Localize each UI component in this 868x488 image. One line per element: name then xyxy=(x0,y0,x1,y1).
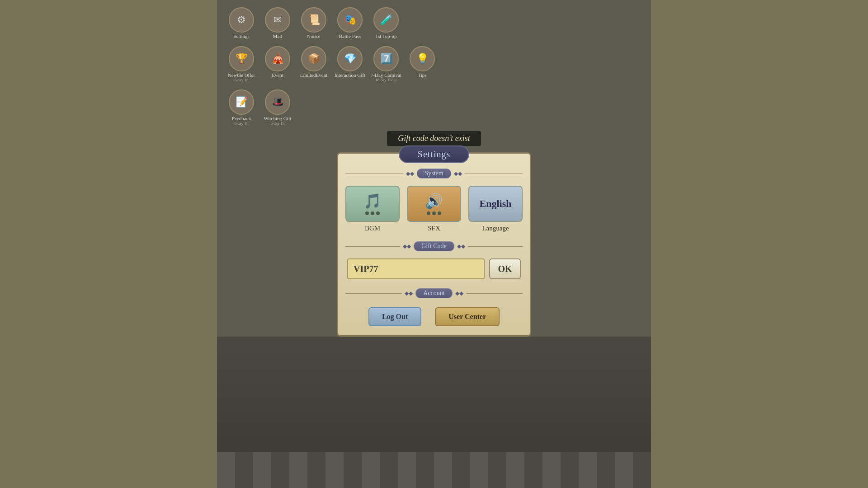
gift-code-input[interactable] xyxy=(347,258,485,279)
language-wrap: English Language xyxy=(468,186,523,232)
tips-icon-btn[interactable]: 💡 Tips xyxy=(405,46,439,82)
gift-divider-left xyxy=(345,246,400,247)
seven-day-icon: 7️⃣ xyxy=(373,46,399,71)
ok-button[interactable]: OK xyxy=(489,258,521,279)
sfx-icon: 🔊 xyxy=(425,192,443,210)
interaction-gift-label: Interaction Gift xyxy=(335,72,365,78)
bgm-wrap: 🎵 BGM xyxy=(345,186,400,232)
limited-event-label: LimitedEvent xyxy=(300,72,327,78)
bottom-area xyxy=(217,337,651,488)
language-button[interactable]: English xyxy=(468,186,523,222)
dot5 xyxy=(432,211,436,215)
dot4 xyxy=(427,211,430,215)
notice-icon: 📜 xyxy=(301,7,326,33)
account-diamond-right: ◆◆ xyxy=(455,290,463,297)
settings-modal: Settings ◆◆ System ◆◆ 🎵 xyxy=(337,152,531,337)
game-column: ⚙ Settings ✉ Mail 📜 Notice 🎭 Battle Pass… xyxy=(217,0,651,488)
icon-row-1: ⚙ Settings ✉ Mail 📜 Notice 🎭 Battle Pass… xyxy=(217,4,651,42)
newbie-offer-label: Newbie Offer xyxy=(228,72,255,78)
notification-text: Gift code doesn’t exist xyxy=(398,134,470,143)
system-row: 🎵 BGM 🔊 xyxy=(338,182,530,236)
feedback-top-sublabel: 6 day 1h xyxy=(235,121,249,126)
floor-texture xyxy=(217,452,651,488)
mail-icon-btn[interactable]: ✉ Mail xyxy=(260,7,295,39)
bgm-button[interactable]: 🎵 xyxy=(345,186,400,222)
limited-event-icon: 📦 xyxy=(301,46,326,71)
user-center-button[interactable]: User Center xyxy=(435,307,500,326)
settings-icon: ⚙ xyxy=(229,7,254,33)
mail-icon: ✉ xyxy=(265,7,290,33)
modal-title: Settings xyxy=(399,145,469,163)
left-blur-panel xyxy=(0,0,217,488)
language-label: Language xyxy=(482,225,509,232)
seven-day-label: 7-Day Carnival xyxy=(371,72,401,78)
battle-pass-icon-label: Battle Pass xyxy=(339,33,361,39)
right-blur-panel xyxy=(651,0,868,488)
diamond-left: ◆◆ xyxy=(406,170,414,177)
first-topup-icon: 🧪 xyxy=(373,7,399,33)
account-divider-right xyxy=(466,293,523,294)
mail-icon-label: Mail xyxy=(273,33,283,39)
settings-icon-btn[interactable]: ⚙ Settings xyxy=(224,7,259,39)
feedback-top-icon-btn[interactable]: 📝 Feedback 6 day 1h xyxy=(224,89,259,126)
battle-pass-icon-btn[interactable]: 🎭 Battle Pass xyxy=(333,7,367,39)
event-icon-btn[interactable]: 🎪 Event xyxy=(260,46,295,82)
newbie-offer-sublabel: 6 day 1h xyxy=(235,78,249,82)
newbie-offer-icon-btn[interactable]: 🏆 Newbie Offer 6 day 1h xyxy=(224,46,259,82)
modal-wrapper: Settings ◆◆ System ◆◆ 🎵 xyxy=(337,152,531,337)
bgm-icon: 🎵 xyxy=(363,192,382,210)
dot2 xyxy=(371,211,374,215)
witching-gift-sublabel: 6 day 1h xyxy=(271,121,285,126)
seven-day-sublabel: 18 day 1hour xyxy=(375,78,397,82)
logout-button[interactable]: Log Out xyxy=(368,307,421,326)
tips-label: Tips xyxy=(418,72,426,78)
notification-banner: Gift code doesn’t exist xyxy=(387,131,481,146)
diamond-right: ◆◆ xyxy=(454,170,462,177)
account-divider: ◆◆ Account ◆◆ xyxy=(345,288,523,298)
witching-gift-icon: 🎩 xyxy=(265,89,290,115)
witching-gift-icon-btn[interactable]: 🎩 Witching Gift 6 day 1h xyxy=(260,89,295,126)
gift-diamond-right: ◆◆ xyxy=(457,243,465,250)
feedback-top-icon: 📝 xyxy=(229,89,254,115)
gift-divider-right xyxy=(468,246,523,247)
sfx-button[interactable]: 🔊 xyxy=(407,186,461,222)
witching-gift-label: Witching Gift xyxy=(264,116,292,121)
dot1 xyxy=(365,211,369,215)
main-layout: ⚙ Settings ✉ Mail 📜 Notice 🎭 Battle Pass… xyxy=(0,0,868,488)
notice-icon-label: Notice xyxy=(307,33,320,39)
sfx-wrap: 🔊 SFX xyxy=(407,186,461,232)
gift-code-row: OK xyxy=(338,255,530,283)
first-topup-icon-btn[interactable]: 🧪 1st Top-up xyxy=(369,7,403,39)
first-topup-icon-label: 1st Top-up xyxy=(375,33,396,39)
notice-icon-btn[interactable]: 📜 Notice xyxy=(297,7,331,39)
interaction-gift-icon-btn[interactable]: 💎 Interaction Gift xyxy=(333,46,367,82)
icon-row-3: 📝 Feedback 6 day 1h 🎩 Witching Gift 6 da… xyxy=(217,86,651,129)
seven-day-icon-btn[interactable]: 7️⃣ 7-Day Carnival 18 day 1hour xyxy=(369,46,403,82)
newbie-offer-icon: 🏆 xyxy=(229,46,254,71)
feedback-top-label: Feedback xyxy=(232,116,251,121)
account-label: Account xyxy=(415,288,452,298)
icon-row-2: 🏆 Newbie Offer 6 day 1h 🎪 Event 📦 Limite… xyxy=(217,42,651,86)
system-divider: ◆◆ System ◆◆ xyxy=(345,169,523,178)
dot6 xyxy=(438,211,441,215)
dot3 xyxy=(376,211,380,215)
giftcode-divider: ◆◆ Gift Code ◆◆ xyxy=(345,241,523,251)
account-row: Log Out User Center xyxy=(338,302,530,326)
account-divider-left xyxy=(345,293,402,294)
interaction-gift-icon: 💎 xyxy=(337,46,363,71)
sfx-label: SFX xyxy=(428,225,440,232)
sfx-dots xyxy=(427,211,441,215)
event-icon: 🎪 xyxy=(265,46,290,71)
settings-icon-label: Settings xyxy=(233,33,249,39)
bgm-label: BGM xyxy=(365,225,380,232)
event-icon-label: Event xyxy=(272,72,283,78)
bgm-dots xyxy=(365,211,380,215)
gift-diamond-left: ◆◆ xyxy=(403,243,411,250)
modal-title-bar: Settings xyxy=(338,145,530,163)
divider-line-left xyxy=(345,174,403,174)
tips-icon: 💡 xyxy=(410,46,435,71)
battle-pass-icon: 🎭 xyxy=(337,7,363,33)
account-diamond-left: ◆◆ xyxy=(405,290,413,297)
limited-event-icon-btn[interactable]: 📦 LimitedEvent xyxy=(297,46,331,82)
language-value: English xyxy=(480,198,512,210)
